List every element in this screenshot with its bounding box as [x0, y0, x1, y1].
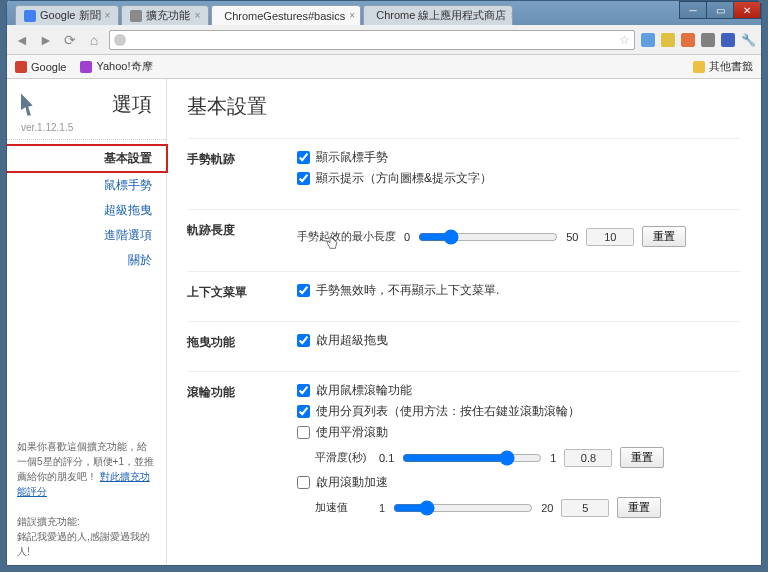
accel-value: 5: [561, 499, 609, 517]
ext-icon[interactable]: [681, 33, 695, 47]
other-bookmarks[interactable]: 其他書籤: [693, 59, 753, 74]
tab-extensions[interactable]: 擴充功能 ×: [121, 5, 209, 25]
home-button[interactable]: ⌂: [85, 31, 103, 49]
page-title: 基本設置: [187, 93, 741, 120]
tab-strip: Google 新聞 × 擴充功能 × ChromeGestures#basics…: [7, 1, 761, 25]
nav-list: 基本設置 鼠標手勢 超級拖曳 進階選項 關於: [7, 140, 166, 277]
smooth-value: 0.8: [564, 449, 612, 467]
ext-icon[interactable]: [721, 33, 735, 47]
accel-val-label: 加速值: [315, 500, 371, 515]
tab-label: ChromeGestures#basics: [224, 10, 345, 22]
ext-icon[interactable]: [661, 33, 675, 47]
section-drag: 拖曳功能 啟用超級拖曳: [187, 321, 741, 371]
enable-scroll-label: 啟用鼠標滾輪功能: [316, 382, 412, 399]
version-label: ver.1.12.1.5: [7, 122, 166, 140]
sidebar-title: 選項: [112, 91, 152, 118]
reset-button[interactable]: 重置: [642, 226, 686, 247]
sidebar: 選項 ver.1.12.1.5 基本設置 鼠標手勢 超級拖曳 進階選項 關於 如…: [7, 79, 167, 565]
nav-mouse-gestures[interactable]: 鼠標手勢: [7, 173, 166, 198]
forward-button[interactable]: ►: [37, 31, 55, 49]
toolbar: ◄ ► ⟳ ⌂ ☆ 🔧: [7, 25, 761, 55]
ext-icon[interactable]: [641, 33, 655, 47]
nav-advanced[interactable]: 進階選項: [7, 223, 166, 248]
address-bar[interactable]: ☆: [109, 30, 635, 50]
show-hint-checkbox[interactable]: [297, 172, 310, 185]
bookmark-google[interactable]: Google: [15, 61, 66, 73]
accel-label: 啟用滾動加速: [316, 474, 388, 491]
content-area: 選項 ver.1.12.1.5 基本設置 鼠標手勢 超級拖曳 進階選項 關於 如…: [7, 79, 761, 565]
bookmark-yahoo[interactable]: Yahoo!奇摩: [80, 59, 152, 74]
bookmarks-bar: Google Yahoo!奇摩 其他書籤: [7, 55, 761, 79]
window-buttons: ─ ▭ ✕: [680, 1, 761, 19]
nav-super-drag[interactable]: 超級拖曳: [7, 198, 166, 223]
browser-window: Google 新聞 × 擴充功能 × ChromeGestures#basics…: [6, 0, 762, 566]
nav-basic-settings[interactable]: 基本設置: [7, 144, 168, 173]
tab-chromegestures[interactable]: ChromeGestures#basics ×: [211, 5, 361, 25]
omnibox-input[interactable]: [130, 34, 615, 46]
reset-button[interactable]: 重置: [617, 497, 661, 518]
accel-checkbox[interactable]: [297, 476, 310, 489]
slider-max: 50: [566, 231, 578, 243]
favicon-icon: [24, 10, 36, 22]
tab-google-news[interactable]: Google 新聞 ×: [15, 5, 119, 25]
section-trail-length: 軌跡長度 手勢起效的最小長度 0 50 10 重置: [187, 209, 741, 271]
show-trail-checkbox[interactable]: [297, 151, 310, 164]
enable-scroll-checkbox[interactable]: [297, 384, 310, 397]
page-list-label: 使用分頁列表（使用方法：按住右鍵並滾動滾輪）: [316, 403, 580, 420]
tab-label: 擴充功能: [146, 8, 190, 23]
footer-text3: 銘記我愛過的人,感謝愛過我的人!: [17, 531, 150, 557]
context-menu-checkbox[interactable]: [297, 284, 310, 297]
tab-webstore[interactable]: Chrome 線上應用程式商店 ×: [363, 5, 513, 25]
section-label: 上下文菜單: [187, 282, 297, 303]
section-scroll: 滾輪功能 啟用鼠標滾輪功能 使用分頁列表（使用方法：按住右鍵並滾動滾輪） 使用平…: [187, 371, 741, 542]
star-icon[interactable]: ☆: [619, 33, 630, 47]
page-list-checkbox[interactable]: [297, 405, 310, 418]
context-menu-label: 手勢無效時，不再顯示上下文菜單.: [316, 282, 499, 299]
bookmark-icon: [80, 61, 92, 73]
trail-length-slider[interactable]: [418, 229, 558, 245]
reset-button[interactable]: 重置: [620, 447, 664, 468]
section-gesture-trail: 手勢軌跡 顯示鼠標手勢 顯示提示（方向圖標&提示文字）: [187, 138, 741, 209]
maximize-button[interactable]: ▭: [706, 1, 734, 19]
smooth-deg-label: 平滑度(秒): [315, 450, 371, 465]
section-context-menu: 上下文菜單 手勢無效時，不再顯示上下文菜單.: [187, 271, 741, 321]
cursor-icon: [21, 94, 39, 116]
accel-max: 20: [541, 502, 553, 514]
smooth-slider[interactable]: [402, 450, 542, 466]
section-label: 軌跡長度: [187, 220, 297, 253]
other-bookmarks-label: 其他書籤: [709, 59, 753, 74]
smooth-min: 0.1: [379, 452, 394, 464]
favicon-icon: [130, 10, 142, 22]
minimize-button[interactable]: ─: [679, 1, 707, 19]
section-label: 手勢軌跡: [187, 149, 297, 191]
main-panel: 基本設置 手勢軌跡 顯示鼠標手勢 顯示提示（方向圖標&提示文字） 軌跡長度: [167, 79, 761, 565]
smooth-max: 1: [550, 452, 556, 464]
slider-min: 0: [404, 231, 410, 243]
bookmark-label: Google: [31, 61, 66, 73]
tab-label: Google 新聞: [40, 8, 101, 23]
nav-about[interactable]: 關於: [7, 248, 166, 273]
close-icon[interactable]: ×: [194, 10, 200, 21]
slider-label: 手勢起效的最小長度: [297, 229, 396, 244]
close-icon[interactable]: ×: [510, 10, 513, 21]
sidebar-footer: 如果你喜歡這個擴充功能，給一個5星的評分，順便+1，並推薦給你的朋友吧！ 對此擴…: [7, 433, 166, 565]
reload-button[interactable]: ⟳: [61, 31, 79, 49]
sidebar-header: 選項: [7, 79, 166, 122]
bookmark-icon: [15, 61, 27, 73]
close-icon[interactable]: ×: [349, 10, 355, 21]
ext-icon[interactable]: [701, 33, 715, 47]
close-icon[interactable]: ×: [105, 10, 111, 21]
globe-icon: [114, 34, 126, 46]
enable-drag-checkbox[interactable]: [297, 334, 310, 347]
accel-slider[interactable]: [393, 500, 533, 516]
enable-drag-label: 啟用超級拖曳: [316, 332, 388, 349]
back-button[interactable]: ◄: [13, 31, 31, 49]
show-trail-label: 顯示鼠標手勢: [316, 149, 388, 166]
smooth-checkbox[interactable]: [297, 426, 310, 439]
footer-text2: 錯誤擴充功能:: [17, 516, 80, 527]
window-close-button[interactable]: ✕: [733, 1, 761, 19]
wrench-icon[interactable]: 🔧: [741, 33, 755, 47]
section-label: 滾輪功能: [187, 382, 297, 524]
smooth-label: 使用平滑滾動: [316, 424, 388, 441]
accel-min: 1: [379, 502, 385, 514]
